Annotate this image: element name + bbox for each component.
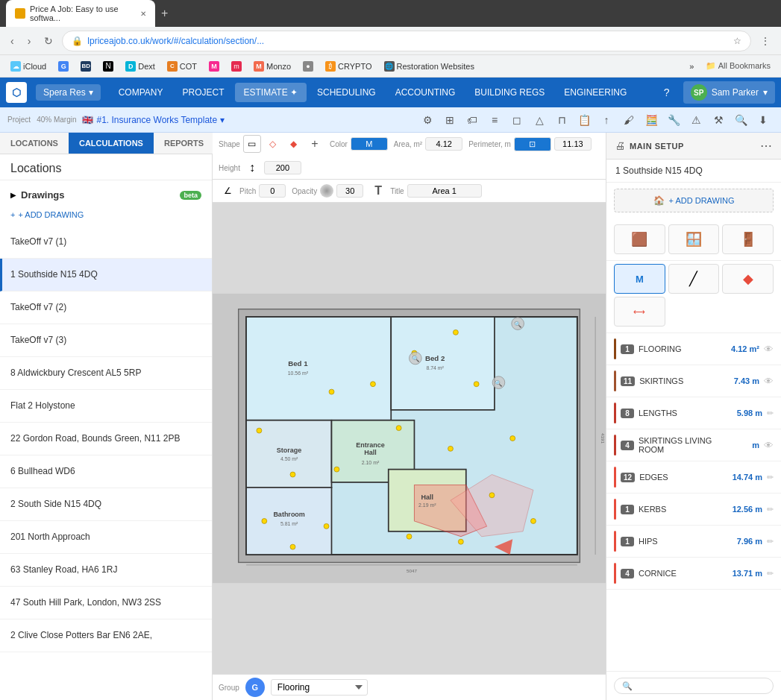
location-item[interactable]: 63 Stanley Road, HA6 1RJ ⋮ [0, 554, 212, 587]
location-item[interactable]: 8 Aldwickbury Crescent AL5 5RP ⋮ [0, 357, 212, 390]
svg-point-28 [453, 329, 458, 335]
cot-label: COT [180, 62, 197, 71]
location-item[interactable]: 2 South Side N15 4DQ ⋮ [0, 488, 212, 521]
nav-scheduling[interactable]: SCHEDULING [308, 83, 385, 102]
add-drawing-main-button[interactable]: 🏠 + ADD DRAWING [614, 189, 774, 212]
new-tab-button[interactable]: + [161, 7, 168, 20]
location-item[interactable]: TakeOff v7 (3) ⋮ [0, 324, 212, 357]
tab-locations[interactable]: LOCATIONS [0, 133, 69, 154]
dtype-line-btn[interactable]: ╱ [668, 264, 720, 294]
location-item[interactable]: 2 Clive Close Potters Bar EN6 2AE, ⋮ [0, 619, 212, 652]
calc-btn[interactable]: 🧮 [641, 110, 662, 130]
location-item[interactable]: 6 Bullhead WD6 ⋮ [0, 455, 212, 488]
roof-btn[interactable]: △ [529, 110, 550, 130]
bookmark-crypto[interactable]: ₿ CRYPTO [321, 60, 376, 73]
measure-edit-icon[interactable]: ✏ [767, 537, 774, 546]
dtype-point-btn[interactable]: ◆ [722, 264, 774, 294]
measure-edit-icon[interactable]: ✏ [767, 409, 774, 418]
bookmark-bd[interactable]: BD [76, 60, 95, 73]
tools-btn[interactable]: ⚒ [708, 110, 729, 130]
measure-visibility-toggle[interactable]: 👁 [764, 376, 774, 387]
tab-close-btn[interactable]: ✕ [140, 10, 146, 18]
title-input[interactable] [407, 184, 482, 198]
location-item[interactable]: TakeOff v7 (2) ⋮ [0, 291, 212, 324]
color-value[interactable]: M [351, 137, 388, 151]
add-drawing-button[interactable]: + + ADD DRAWING [0, 206, 212, 223]
table-btn[interactable]: 📋 [574, 110, 595, 130]
monzo-label: Monzo [266, 62, 291, 71]
bookmark-misc[interactable]: ● [298, 60, 318, 73]
more-bookmarks-button[interactable]: » [685, 60, 698, 72]
stair-btn[interactable]: ⊓ [551, 110, 572, 130]
nav-engineering[interactable]: ENGINEERING [555, 83, 636, 102]
nav-estimate[interactable]: ESTIMATE ✦ [235, 83, 307, 102]
right-search-input[interactable] [614, 678, 774, 694]
nav-company[interactable]: COMPANY [110, 83, 172, 102]
all-bookmarks-label[interactable]: 📁 All Bookmarks [701, 60, 775, 72]
nav-project[interactable]: PROJECT [174, 83, 233, 102]
measure-visibility-toggle[interactable]: 👁 [764, 440, 774, 451]
measure-edit-icon[interactable]: ✏ [767, 505, 774, 514]
dtype-window-btn[interactable]: 🪟 [668, 224, 720, 254]
bookmark-star-icon[interactable]: ☆ [733, 36, 741, 46]
dtype-door-btn[interactable]: 🚪 [722, 224, 774, 254]
shape-btn[interactable]: ◻ [506, 110, 527, 130]
perimeter-value-icon[interactable]: ⊡ [514, 137, 551, 151]
bookmark-dext[interactable]: D Dext [121, 60, 160, 73]
back-button[interactable]: ‹ [6, 32, 19, 50]
browser-tab[interactable]: Price A Job: Easy to use softwa... ✕ [6, 0, 155, 27]
settings-btn[interactable]: ⚙ [417, 110, 438, 130]
dtype-text-btn[interactable]: M [614, 264, 665, 294]
paint-btn[interactable]: 🖌 [618, 110, 639, 130]
print-button[interactable]: 🖨 [615, 140, 625, 151]
shape-poly-icon[interactable]: ◇ [264, 135, 282, 153]
bookmark-restoration[interactable]: 🌐 Restoration Websites [380, 60, 479, 73]
grid-btn[interactable]: ⊞ [439, 110, 460, 130]
shape-add-icon[interactable]: + [306, 135, 324, 153]
right-menu-button[interactable]: ⋯ [760, 139, 772, 153]
project-name-selector[interactable]: 🇬🇧 #1. Insurance Works Template ▾ [82, 115, 225, 125]
dtype-floor-btn[interactable]: 🟫 [614, 224, 665, 254]
shape-rect-icon[interactable]: ▭ [243, 135, 261, 153]
drawings-header[interactable]: ▶ Drawings beta [0, 183, 212, 206]
bookmark-icloud[interactable]: ☁ iCloud [6, 60, 51, 73]
tab-calculations[interactable]: CALCULATIONS [69, 133, 154, 154]
location-item[interactable]: 22 Gordon Road, Bounds Green, N11 2PB ⋮ [0, 423, 212, 455]
group-select[interactable]: Flooring Walls Ceiling Roof [271, 679, 368, 696]
bookmark-metro[interactable]: m [227, 60, 246, 73]
location-item[interactable]: Flat 2 Holystone ⋮ [0, 390, 212, 423]
user-menu[interactable]: SP Sam Parker ▾ [683, 81, 775, 104]
search-toolbar-btn[interactable]: 🔍 [730, 110, 751, 130]
extensions-button[interactable]: ⋮ [756, 32, 775, 50]
wrench-btn[interactable]: 🔧 [663, 110, 684, 130]
tag-btn[interactable]: 🏷 [462, 110, 483, 130]
nav-accounting[interactable]: ACCOUNTING [386, 83, 465, 102]
dtype-measure-btn[interactable]: ⟷ [614, 297, 665, 327]
location-item[interactable]: TakeOff v7 (1) ⋮ [0, 226, 212, 259]
right-panel-header: 🖨 MAIN SETUP ⋯ [606, 133, 781, 160]
measure-edit-icon[interactable]: ✏ [767, 473, 774, 482]
floor-plan-canvas[interactable]: Bed 1 10.56 m² Bed 2 8.74 m² Storage 4.5… [213, 203, 606, 674]
tab-reports[interactable]: REPORTS [154, 133, 214, 154]
location-item[interactable]: 1 Southside N15 4DQ ⋮ [0, 259, 212, 291]
bookmark-google[interactable]: G [54, 60, 73, 73]
nav-building-regs[interactable]: BUILDING REGS [465, 83, 553, 102]
bookmark-monzo[interactable]: M Monzo [249, 60, 295, 73]
layers-btn[interactable]: ≡ [484, 110, 505, 130]
shape-fill-icon[interactable]: ◆ [285, 135, 303, 153]
location-item[interactable]: 201 North Approach ⋮ [0, 521, 212, 554]
org-selector[interactable]: Spera Res ▾ [36, 84, 101, 101]
warn-btn[interactable]: ⚠ [686, 110, 706, 130]
bookmark-notion[interactable]: N [98, 60, 118, 73]
refresh-button[interactable]: ↻ [40, 32, 57, 50]
bookmark-cot[interactable]: C COT [163, 60, 201, 73]
location-item[interactable]: 47 South Hill Park, London, NW3 2SS ⋮ [0, 587, 212, 619]
address-bar[interactable]: 🔒 lpriceajob.co.uk/work/#/calculation/se… [62, 31, 751, 51]
forward-button[interactable]: › [23, 32, 36, 50]
import-btn[interactable]: ⬇ [753, 110, 774, 130]
measure-visibility-toggle[interactable]: 👁 [764, 344, 774, 355]
measure-edit-icon[interactable]: ✏ [767, 569, 774, 578]
bookmark-monday[interactable]: M [204, 60, 224, 73]
help-button[interactable]: ? [656, 82, 677, 103]
export-btn[interactable]: ↑ [596, 110, 617, 130]
